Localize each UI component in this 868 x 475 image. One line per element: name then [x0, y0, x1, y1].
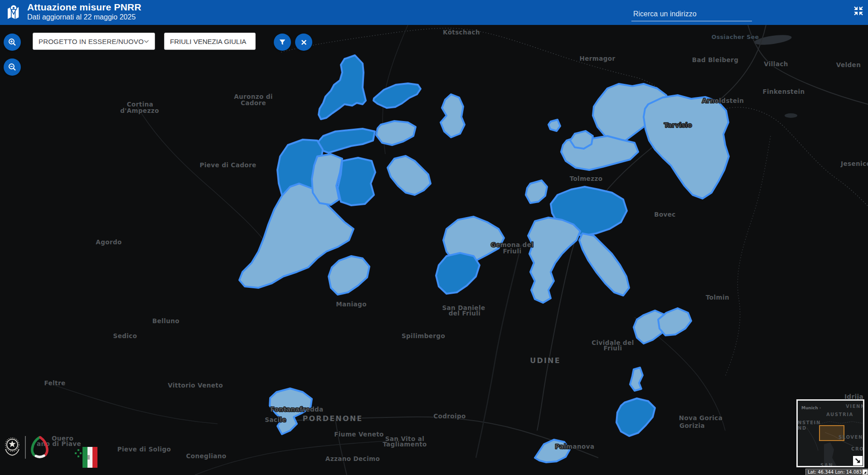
overview-minimap[interactable]: Munich ·VIENNAAUSTRIANSTEINNDSLOVENIACRO… — [796, 399, 864, 467]
zoom-out-button[interactable] — [4, 58, 21, 76]
coordinates-readout: Lat: 46.344 Lon: 14.083 — [808, 470, 862, 475]
map-place-label: Sacile — [265, 416, 286, 423]
minimap-place-label: SAN — [820, 463, 833, 466]
map-place-label: Tolmezzo — [570, 175, 603, 182]
map-place-label: Friuli — [604, 344, 622, 352]
map-place-label: del Friuli — [449, 310, 481, 317]
municipality-polygon[interactable] — [548, 120, 560, 131]
map-place-label: Finkenstein — [762, 88, 805, 95]
italian-emblem-icon — [5, 438, 19, 456]
map-place-label: Villach — [764, 60, 788, 68]
map-pin-logo-icon — [5, 4, 22, 21]
italia-domani-logo — [73, 446, 97, 470]
map-place-label: Feltre — [44, 379, 65, 387]
map-place-label: Ossiacher See — [712, 34, 759, 40]
map-place-label: Fiume Veneto — [334, 431, 384, 438]
minimap-collapse-button[interactable] — [853, 456, 863, 465]
app-header: Attuazione misure PNRR Dati aggiornati a… — [0, 0, 868, 25]
map-place-label: Belluno — [152, 317, 179, 325]
map-place-label: Pieve di Cadore — [199, 161, 256, 169]
map-place-label: Spilimbergo — [402, 332, 445, 339]
minimap-place-label: AUSTRIA — [826, 412, 853, 417]
protezione-civile-triskelion-icon — [32, 437, 47, 457]
map-place-label: Arnoldstein — [702, 97, 744, 104]
zoom-in-button[interactable] — [4, 34, 21, 51]
magnifier-minus-icon — [8, 63, 17, 72]
compress-icon[interactable] — [853, 5, 864, 17]
map-place-label: Cadore — [241, 99, 266, 107]
map-place-label: Gorizia — [679, 422, 705, 429]
clear-filter-button[interactable] — [295, 34, 312, 51]
minimap-place-label: ND — [798, 426, 807, 431]
minimap-place-label: CROA — [851, 446, 863, 451]
page-title: Attuazione misure PNRR — [27, 2, 141, 13]
map-place-label: Bad Bleiberg — [692, 56, 738, 63]
app-window: KötschachHermagorBad BleibergVillachVeld… — [0, 0, 868, 475]
region-search-input[interactable] — [164, 33, 256, 50]
municipality-polygon[interactable] — [338, 158, 375, 205]
map-place-label: Tolmin — [706, 294, 729, 301]
minimap-place-label: VIENNA — [846, 404, 863, 409]
map-place-label: PORDENONE — [303, 414, 363, 423]
map-place-label: Tagliamento — [383, 441, 427, 448]
minimap-place-label: Munich · — [801, 406, 821, 410]
map-place-label: Hermagor — [579, 55, 615, 62]
map-place-label: Nova Gorica — [679, 414, 723, 422]
map-place-label: Pieve di Soligo — [117, 446, 171, 453]
municipality-polygon[interactable] — [312, 154, 342, 205]
map-place-label: Azzano Decimo — [325, 455, 380, 462]
map-place-label: Velden — [836, 61, 861, 68]
map-canvas[interactable]: KötschachHermagorBad BleibergVillachVeld… — [0, 0, 868, 475]
map-place-label: Codroipo — [433, 412, 466, 420]
map-place-label: Fontanafredda — [270, 406, 323, 413]
coordinates-statusbar: Lat: 46.344 Lon: 14.083 — [805, 469, 868, 475]
map-place-label: Jesenice — [840, 160, 868, 167]
map-place-label: Sedico — [113, 332, 137, 339]
map-place-label: Conegliano — [186, 452, 227, 460]
close-icon — [301, 39, 307, 46]
map-place-label: UDINE — [530, 356, 561, 365]
map-place-label: Vittorio Veneto — [168, 382, 223, 389]
map-place-label: Kötschach — [443, 29, 480, 36]
project-type-value: PROGETTO IN ESSERE/NUOVO — [39, 38, 144, 45]
minimap-place-label: SLOVENIA — [839, 435, 863, 440]
map-place-label: Bovec — [654, 211, 676, 218]
address-search-input[interactable] — [631, 8, 756, 20]
project-type-select[interactable]: PROGETTO IN ESSERE/NUOVO — [33, 33, 155, 50]
map-place-label: Tarvisio — [664, 121, 692, 129]
italia-domani-flag-icon — [73, 446, 97, 469]
filter-button[interactable] — [274, 34, 291, 51]
map-background — [0, 0, 868, 475]
funnel-icon — [278, 38, 286, 46]
map-place-label: d'Ampezzo — [120, 107, 159, 114]
magnifier-plus-icon — [8, 38, 17, 47]
minimap-place-label: NSTEIN — [798, 420, 821, 425]
map-place-label: Maniago — [336, 301, 367, 308]
map-place-label: Agordo — [96, 238, 121, 246]
chevron-down-icon — [144, 39, 149, 44]
map-place-label: Friuli — [503, 247, 522, 255]
page-subtitle: Dati aggiornati al 22 maggio 2025 — [27, 13, 136, 21]
map-place-label: Palmanova — [555, 443, 595, 450]
address-search — [631, 8, 752, 21]
arrow-se-icon — [854, 457, 861, 464]
statusbar-expand-button[interactable] — [863, 470, 868, 475]
